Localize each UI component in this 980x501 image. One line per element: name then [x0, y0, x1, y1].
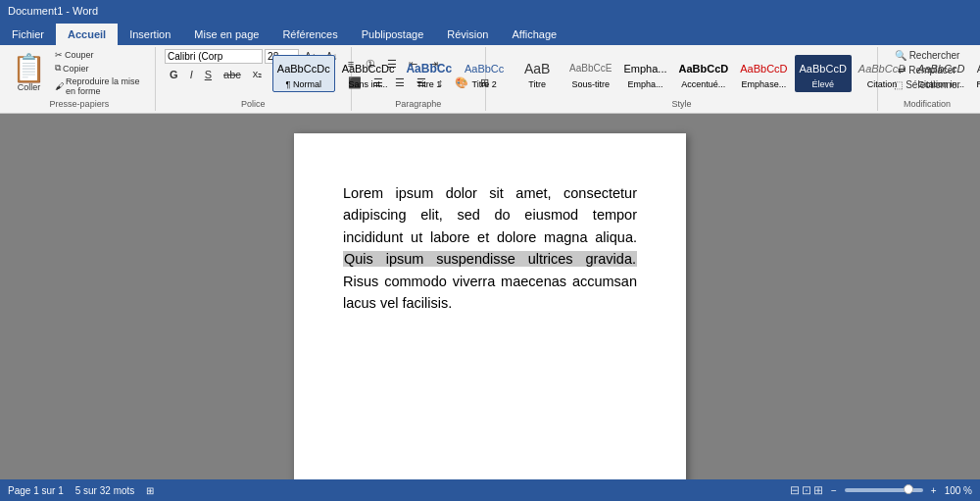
tab-publipostage[interactable]: Publipostage	[350, 24, 436, 45]
style-sans-label: Sans int...	[349, 79, 388, 89]
tab-revision[interactable]: Révision	[435, 24, 500, 45]
text-after-highlight: Risus commodo viverra maecenas accumsan …	[343, 274, 637, 311]
style-gallery: AaBbCcDc ¶ Normal AaBbCcDc Sans int... A…	[272, 49, 980, 97]
replace-icon: ⇄	[898, 65, 906, 75]
style-emphase-preview: AaBbCcD	[740, 58, 787, 79]
search-label: Rechercher	[909, 50, 960, 61]
style-normal-preview: AaBbCcDc	[277, 58, 330, 79]
style-emphasis[interactable]: Empha... Empha...	[618, 55, 671, 92]
tab-mise-en-page[interactable]: Mise en page	[182, 24, 270, 45]
style-emphasis-label: Empha...	[627, 79, 662, 89]
tab-fichier[interactable]: Fichier	[0, 24, 56, 45]
language-indicator: ⊞	[146, 485, 154, 496]
underline-button[interactable]: S	[200, 67, 217, 82]
ribbon-tabs: Fichier Accueil Insertion Mise en page R…	[0, 22, 980, 45]
tab-insertion[interactable]: Insertion	[118, 24, 182, 45]
style-sous-titre[interactable]: AaBbCcE Sous-titre	[564, 55, 616, 92]
app-title: Document1 - Word	[8, 5, 98, 17]
page-content[interactable]: Lorem ipsum dolor sit amet, consectetur …	[343, 182, 637, 315]
web-view-button[interactable]: ⊡	[802, 483, 811, 497]
cut-label: Couper	[65, 50, 94, 60]
copy-label: Copier	[63, 64, 89, 74]
style-titre[interactable]: AaB Titre	[512, 55, 563, 92]
copy-icon: ⧉	[55, 63, 61, 74]
view-buttons: ⊟ ⊡ ⊞	[790, 483, 823, 497]
status-bar: Page 1 sur 1 5 sur 32 mots ⊞ ⊟ ⊡ ⊞ − + 1…	[0, 479, 980, 501]
styles-group: AaBbCcDc ¶ Normal AaBbCcDc Sans int... A…	[486, 47, 878, 111]
style-sous-titre-preview: AaBbCcE	[569, 58, 612, 79]
style-eleve[interactable]: AaBbCcD Élevé	[795, 55, 852, 92]
document-area: Lorem ipsum dolor sit amet, consectetur …	[0, 114, 980, 501]
italic-button[interactable]: I	[185, 67, 198, 82]
style-titre1[interactable]: AaBbCc Titre 1	[401, 55, 457, 92]
ribbon-content: 📋 Coller ✂ Couper ⧉ Copier 🖌 Reproduire …	[0, 45, 980, 114]
clipboard-small-buttons: ✂ Couper ⧉ Copier 🖌 Reproduire la mise e…	[52, 49, 151, 97]
style-ref1-label: Référence...	[976, 79, 980, 89]
zoom-slider[interactable]	[845, 488, 923, 492]
paste-icon: 📋	[12, 55, 46, 82]
search-icon: 🔍	[895, 50, 906, 61]
style-titre1-preview: AaBbCc	[406, 58, 452, 79]
replace-label: Remplacer	[908, 65, 956, 75]
style-sous-titre-label: Sous-titre	[572, 79, 611, 89]
format-painter-label: Reproduire la mise en forme	[66, 76, 148, 96]
copy-button[interactable]: ⧉ Copier	[52, 62, 151, 75]
tab-references[interactable]: Références	[270, 24, 349, 45]
style-titre-label: Titre	[528, 79, 546, 89]
page-status: Page 1 sur 1	[8, 485, 64, 496]
style-titre-preview: AaB	[524, 58, 550, 79]
style-emphase[interactable]: AaBbCcD Emphase...	[735, 55, 792, 92]
clipboard-buttons: 📋 Coller ✂ Couper ⧉ Copier 🖌 Reproduire …	[8, 49, 151, 97]
cut-button[interactable]: ✂ Couper	[52, 49, 151, 61]
style-titre1-label: Titre 1	[416, 79, 441, 89]
style-normal-label: ¶ Normal	[286, 79, 321, 89]
style-accentue-label: Accentué...	[681, 79, 725, 89]
zoom-in-button[interactable]: +	[931, 485, 937, 496]
clipboard-group: 📋 Coller ✂ Couper ⧉ Copier 🖌 Reproduire …	[4, 47, 156, 111]
text-before-highlight: Lorem ipsum dolor sit amet, consectetur …	[343, 185, 637, 245]
print-view-button[interactable]: ⊟	[790, 483, 800, 497]
style-titre2[interactable]: AaBbCc Titre 2	[459, 55, 510, 92]
subscript-button[interactable]: x₂	[248, 66, 268, 82]
paragraph-group-label: Paragraphe	[395, 97, 441, 109]
page: Lorem ipsum dolor sit amet, consectetur …	[294, 133, 686, 501]
style-eleve-preview: AaBbCcD	[800, 58, 847, 79]
style-titre2-label: Titre 2	[472, 79, 497, 89]
highlighted-text: Quis ipsum suspendisse ultrices gravida.	[343, 251, 637, 267]
paste-button[interactable]: 📋 Coller	[8, 53, 50, 94]
title-bar: Document1 - Word	[0, 0, 980, 22]
style-emphasis-preview: Empha...	[623, 58, 666, 79]
format-painter-icon: 🖌	[55, 81, 64, 91]
bold-button[interactable]: G	[165, 67, 183, 82]
editing-group: 🔍 Rechercher ⇄ Remplacer ⬚ Sélectionner …	[878, 47, 976, 111]
zoom-out-button[interactable]: −	[831, 485, 837, 496]
search-button[interactable]: 🔍 Rechercher	[892, 49, 963, 62]
style-titre2-preview: AaBbCc	[465, 58, 504, 79]
cut-icon: ✂	[55, 50, 63, 60]
strikethrough-button[interactable]: abc	[219, 67, 246, 82]
style-emphase-label: Emphase...	[742, 79, 787, 89]
tab-accueil[interactable]: Accueil	[56, 24, 118, 45]
styles-group-label: Style	[671, 97, 691, 109]
tab-affichage[interactable]: Affichage	[500, 24, 568, 45]
read-view-button[interactable]: ⊞	[813, 483, 823, 497]
select-label: Sélectionner	[906, 79, 960, 90]
clipboard-group-label: Presse-papiers	[50, 97, 110, 109]
font-group-label: Police	[241, 97, 266, 109]
font-name-input[interactable]	[165, 49, 263, 64]
select-button[interactable]: ⬚ Sélectionner	[891, 78, 963, 91]
replace-button[interactable]: ⇄ Remplacer	[895, 64, 958, 76]
select-icon: ⬚	[894, 79, 903, 90]
zoom-level: 100 %	[945, 485, 972, 496]
paste-label: Coller	[18, 82, 41, 92]
style-accentue-preview: AaBbCcD	[679, 58, 729, 79]
zoom-thumb	[904, 484, 913, 494]
style-normal[interactable]: AaBbCcDc ¶ Normal	[272, 55, 335, 92]
status-left: Page 1 sur 1 5 sur 32 mots ⊞	[8, 485, 154, 496]
style-sans-int[interactable]: AaBbCcDc Sans int...	[337, 55, 400, 92]
style-accentue[interactable]: AaBbCcD Accentué...	[674, 55, 734, 92]
style-sans-preview: AaBbCcDc	[342, 58, 395, 79]
style-eleve-label: Élevé	[811, 79, 834, 89]
format-painter-button[interactable]: 🖌 Reproduire la mise en forme	[52, 75, 151, 97]
words-status: 5 sur 32 mots	[75, 485, 135, 496]
